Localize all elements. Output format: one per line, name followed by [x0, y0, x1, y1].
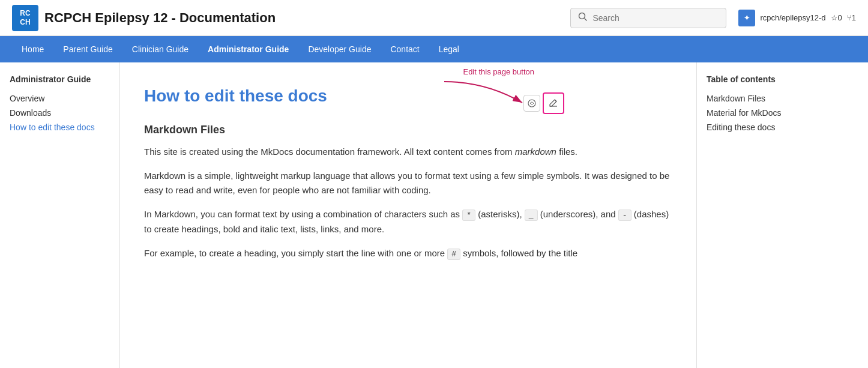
inline-code-asterisk: * [462, 210, 475, 221]
edit-buttons-area [523, 92, 564, 114]
user-stats: ☆0 ⑂1 [831, 13, 856, 22]
view-source-button[interactable] [523, 95, 540, 112]
nav-administrator-guide[interactable]: Administrator Guide [198, 37, 298, 61]
markdown-files-heading: Markdown Files [144, 124, 672, 136]
sidebar-item-how-to-edit[interactable]: How to edit these docs [10, 120, 110, 134]
nav-parent-guide[interactable]: Parent Guide [53, 37, 122, 61]
svg-point-6 [528, 100, 535, 107]
toc-item-markdown-files[interactable]: Markdown Files [707, 91, 819, 106]
italic-markdown: markdown [515, 146, 556, 157]
main-navbar: Home Parent Guide Clinician Guide Admini… [0, 36, 868, 62]
edit-annotation-area: Edit this page button [438, 67, 534, 109]
main-content: Edit this page button [120, 62, 696, 368]
sidebar-item-overview[interactable]: Overview [10, 91, 110, 106]
nav-clinician-guide[interactable]: Clinician Guide [122, 37, 198, 61]
nav-developer-guide[interactable]: Developer Guide [298, 37, 381, 61]
toc-item-material-mkdocs[interactable]: Material for MkDocs [707, 106, 819, 120]
toc-title: Table of contents [707, 74, 819, 84]
forks-count: ⑂1 [847, 13, 856, 22]
main-layout: Administrator Guide Overview Downloads H… [0, 62, 868, 368]
paragraph-4: For example, to create a heading, you si… [144, 246, 672, 261]
svg-line-4 [585, 18, 587, 20]
paragraph-1: This site is created using the MkDocs do… [144, 145, 672, 159]
svg-point-3 [579, 13, 585, 19]
site-header: RC CH RCPCH Epilepsy 12 - Documentation … [0, 0, 868, 36]
user-area: ✦ rcpch/epilepsy12-d ☆0 ⑂1 [738, 10, 856, 26]
svg-text:RC: RC [20, 9, 31, 17]
sidebar-right-toc: Table of contents Markdown Files Materia… [696, 62, 828, 368]
annotation-arrow [438, 79, 534, 109]
sidebar-left: Administrator Guide Overview Downloads H… [0, 62, 120, 368]
nav-contact[interactable]: Contact [381, 37, 429, 61]
rcpch-logo: RC CH [12, 5, 38, 31]
logo-area: RC CH RCPCH Epilepsy 12 - Documentation [12, 5, 570, 31]
paragraph-3: In Markdown, you can format text by usin… [144, 207, 672, 237]
inline-code-dash: - [618, 210, 631, 221]
paragraph-2: Markdown is a simple, lightweight markup… [144, 169, 672, 198]
sidebar-section-title: Administrator Guide [10, 74, 110, 84]
search-input[interactable] [592, 13, 719, 23]
nav-home[interactable]: Home [12, 37, 53, 61]
svg-text:CH: CH [20, 18, 30, 26]
inline-code-underscore: _ [525, 210, 538, 221]
search-icon [578, 12, 588, 24]
inline-code-hash: # [447, 249, 460, 260]
sidebar-item-downloads[interactable]: Downloads [10, 106, 110, 120]
toc-item-editing-docs[interactable]: Editing these docs [707, 120, 819, 134]
annotation-label: Edit this page button [463, 67, 534, 76]
search-bar[interactable] [570, 8, 726, 28]
page-title: How to edit these docs [144, 86, 672, 106]
user-repo-icon: ✦ [738, 10, 755, 26]
stars-count: ☆0 [831, 13, 842, 22]
user-repo-label: rcpch/epilepsy12-d [760, 13, 825, 22]
edit-page-button[interactable] [543, 92, 564, 114]
site-title: RCPCH Epilepsy 12 - Documentation [44, 10, 276, 26]
nav-legal[interactable]: Legal [429, 37, 469, 61]
